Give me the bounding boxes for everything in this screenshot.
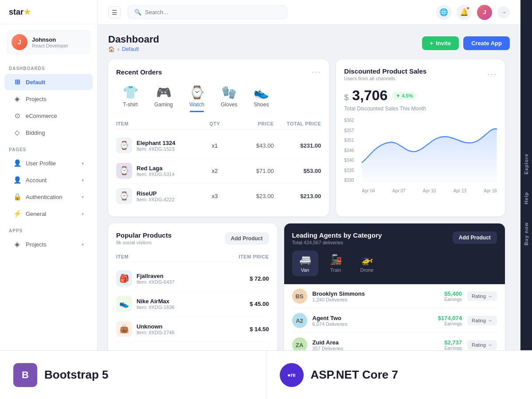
aspnet-icon: ●re [280, 363, 304, 387]
invite-button[interactable]: + Invite [422, 36, 459, 50]
help-label[interactable]: Help [524, 192, 529, 204]
chevron-down-icon: ▾ [82, 178, 84, 183]
agents-subtitle: Total 424,567 deliveries [292, 240, 382, 245]
user-icon: 👤 [13, 159, 21, 167]
recent-orders-title: Recent Orders [116, 68, 162, 76]
item-id: Item: #XDG-6437 [137, 279, 175, 285]
add-product-agents-button[interactable]: Add Product [453, 231, 497, 244]
sidebar-item-ecommerce[interactable]: ⊙ eCommerce [4, 108, 93, 124]
y-label: $351 [344, 138, 354, 143]
agent-avatar: BS [292, 289, 307, 304]
recent-orders-header: Recent Orders ··· [116, 67, 321, 77]
rating-button[interactable]: Rating → [467, 316, 497, 325]
sales-badge: ▼ 4.5% [392, 92, 416, 100]
tab-label: Gloves [221, 102, 237, 108]
orders-table: ITEM QTY PRICE TOTAL PRICE ⌚ Elephant 13… [116, 118, 321, 208]
sidebar-item-user-profile[interactable]: 👤 User Profile ▾ [4, 155, 93, 171]
tab-label: T-shirt [123, 102, 137, 108]
sidebar-item-bidding[interactable]: ◇ Bidding [4, 125, 93, 141]
arrow-icon: → [488, 342, 493, 348]
sidebar-item-authentication[interactable]: 🔒 Authentication ▾ [4, 189, 93, 205]
user-profile-card[interactable]: J Johnson React Developer [6, 30, 91, 55]
account-icon: 👤 [13, 176, 21, 184]
item-id: Item: #XDG-1746 [137, 330, 175, 335]
item-icon: 👜 [116, 321, 132, 337]
more-options-button[interactable]: ··· [312, 67, 321, 77]
list-item: A2 Agent Two 6,074 Deliveries $174,074 E… [292, 309, 497, 333]
more-options-button[interactable]: ··· [488, 70, 497, 79]
arrow-icon: → [488, 318, 493, 323]
apps-projects-icon: ◈ [13, 240, 21, 248]
add-product-button[interactable]: Add Product [225, 232, 269, 245]
agent-info: Brooklyn Simmons 1,240 Deliveries [313, 290, 365, 302]
search-bar[interactable]: 🔍 [128, 5, 287, 19]
globe-icon-button[interactable]: 🌐 [436, 5, 451, 20]
tab-gaming[interactable]: 🎮 Gaming [148, 83, 179, 111]
sidebar-item-projects-app[interactable]: ◈ Projects ▾ [4, 236, 93, 252]
sidebar-item-label: User Profile [26, 160, 56, 167]
col-item: ITEM [116, 254, 192, 259]
col-item: ITEM [116, 121, 195, 126]
sidebar-item-default[interactable]: ⊞ Default [4, 74, 93, 90]
table-row: ⌚ Red Laga Item: #XDG-5314 x2 $71.00 $53… [116, 158, 321, 184]
avatar: J [12, 34, 27, 50]
sidebar-item-label: Default [26, 79, 45, 86]
tab-label: Watch [189, 102, 204, 108]
item-id: Item: #XDG-1523 [137, 146, 175, 152]
cat-tab-train[interactable]: 🚂 Train [323, 250, 349, 276]
rating-button[interactable]: Rating → [467, 291, 497, 301]
explore-label[interactable]: Explore [524, 153, 529, 174]
search-input[interactable] [145, 9, 281, 16]
item-name: Unknown [137, 323, 175, 330]
item-name: RiseUP [137, 190, 175, 197]
cat-tab-label: Train [330, 267, 341, 273]
cat-tab-van[interactable]: 🚐 Van [292, 250, 318, 276]
discounted-sales-header: Discounted Product Sales Users from all … [344, 67, 497, 81]
col-total: TOTAL PRICE [274, 121, 321, 126]
create-app-button[interactable]: Create App [463, 36, 510, 50]
agent-stats: $2,737 Earnings Rating → [431, 339, 497, 351]
page-header: Dashboard 🏠 › Default + Invite Create Ap… [108, 34, 510, 52]
table-row: 🎒 Fjallraven Item: #XDG-6437 $ 72.00 [116, 266, 269, 291]
bootstrap-promo[interactable]: B Bootstrap 5 [0, 350, 266, 399]
tab-label: Gaming [154, 102, 173, 108]
tab-label: Shoes [254, 102, 269, 108]
price-cell: $71.00 [235, 168, 274, 174]
cat-tab-drone[interactable]: 🚁 Drone [353, 250, 381, 276]
y-label: $340 [344, 158, 354, 163]
sidebar-item-general[interactable]: ⚡ General ▾ [4, 206, 93, 222]
search-icon: 🔍 [134, 9, 141, 16]
user-avatar-button[interactable]: J [477, 5, 492, 20]
notification-icon-button[interactable]: 🔔 [457, 5, 472, 20]
tab-tshirt[interactable]: 👕 T-shirt [116, 83, 145, 111]
projects-icon: ◈ [13, 95, 21, 103]
rating-button[interactable]: Rating → [467, 340, 497, 350]
sidebar-item-projects[interactable]: ◈ Projects [4, 91, 93, 107]
buy-now-label[interactable]: Buy now [524, 222, 529, 246]
tab-watch[interactable]: ⌚ Watch [183, 83, 211, 111]
col-price: PRICE [235, 121, 274, 126]
popular-products-header: Popular Products 8k social visitors Add … [116, 231, 269, 245]
x-label: Apr 04 [362, 188, 375, 193]
table-row: ⌚ RiseUP Item: #XDG-4222 x3 $23.00 $213.… [116, 184, 321, 208]
collapse-sidebar-button[interactable]: ☰ [108, 6, 121, 19]
tab-gloves[interactable]: 🧤 Gloves [215, 83, 243, 111]
price-cell: $ 45.00 [192, 301, 269, 307]
sidebar-item-account[interactable]: 👤 Account ▾ [4, 172, 93, 188]
sidebar-item-label: Projects [26, 241, 47, 248]
total-cell: $231.00 [274, 142, 321, 149]
table-row: 👜 Unknown Item: #XDG-1746 $ 14.50 [116, 317, 269, 342]
table-row: 👟 Nike AirMax Item: #XDG-1836 $ 45.00 [116, 291, 269, 317]
qty-cell: x3 [195, 193, 235, 200]
aspnet-promo[interactable]: ●re ASP.NET Core 7 [266, 350, 532, 399]
tab-shoes[interactable]: 👟 Shoes [247, 83, 275, 111]
bidding-icon: ◇ [13, 129, 21, 137]
table-row: ⌚ Elephant 1324 Item: #XDG-1523 x1 $43.0… [116, 133, 321, 158]
total-cell: $213.00 [274, 193, 321, 200]
topbar-arrow-button[interactable]: → [497, 6, 510, 19]
cat-tab-label: Van [301, 267, 309, 273]
breadcrumb-home-icon[interactable]: 🏠 [108, 46, 115, 52]
item-details: Red Laga Item: #XDG-5314 [137, 165, 175, 177]
discounted-subtitle: Users from all channels [344, 76, 426, 81]
discounted-title: Discounted Product Sales [344, 67, 426, 75]
